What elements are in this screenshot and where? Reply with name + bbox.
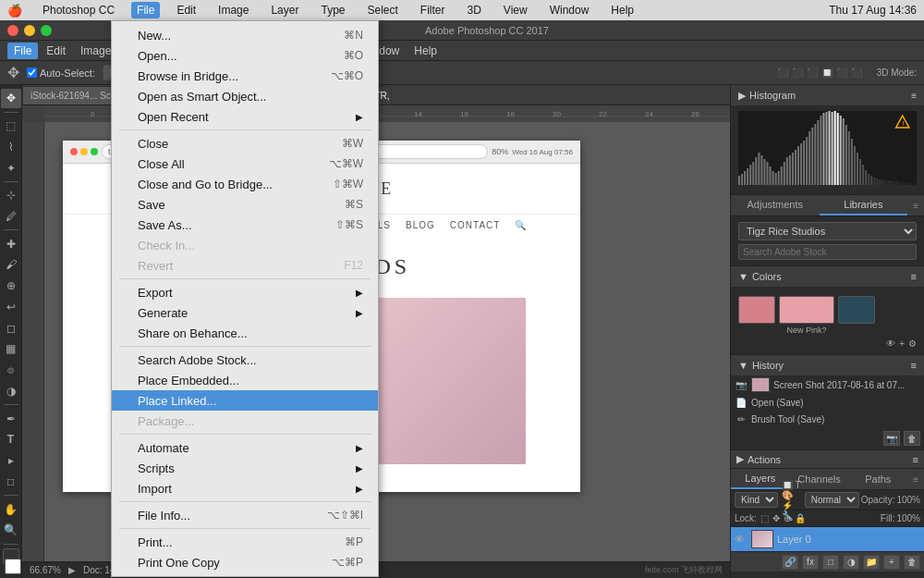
- layer-0-visibility[interactable]: 👁: [735, 534, 748, 545]
- swatch-dark-blue[interactable]: [838, 296, 875, 324]
- paths-tab[interactable]: Paths: [848, 469, 907, 489]
- menu-print[interactable]: Print... ⌘P: [112, 532, 378, 552]
- menu-save-as[interactable]: Save As... ⇧⌘S: [112, 215, 378, 235]
- panel-options[interactable]: ≡: [907, 201, 924, 211]
- background-color[interactable]: [5, 559, 21, 574]
- mac-menu-help[interactable]: Help: [605, 2, 639, 18]
- layers-adjustment-btn[interactable]: ◑: [843, 555, 859, 570]
- auto-select-checkbox[interactable]: Auto-Select:: [27, 68, 95, 79]
- menu-place-linked[interactable]: Place Linked...: [112, 390, 378, 411]
- gradient-tool[interactable]: ▦: [1, 339, 21, 359]
- color-swatch-3[interactable]: [838, 296, 875, 335]
- menu-browse-bridge[interactable]: Browse in Bridge... ⌥⌘O: [112, 66, 378, 86]
- pen-tool[interactable]: ✒: [1, 409, 21, 428]
- eraser-tool[interactable]: ◻: [1, 318, 21, 338]
- history-brush-tool[interactable]: ↩: [1, 298, 21, 317]
- traffic-light-minimize[interactable]: [24, 25, 35, 36]
- ps-file-menu[interactable]: File: [7, 43, 38, 59]
- history-item-brush[interactable]: ✏ Brush Tool (Save): [731, 411, 924, 427]
- history-new-snapshot[interactable]: 📷: [883, 431, 900, 446]
- apple-icon[interactable]: 🍎: [7, 4, 22, 18]
- mac-menu-select[interactable]: Select: [361, 2, 403, 18]
- color-swatch-2[interactable]: New Pink?: [779, 296, 834, 335]
- colors-header[interactable]: ▼ Colors ≡: [731, 266, 924, 287]
- menu-scripts[interactable]: Scripts ▶: [112, 458, 378, 478]
- colors-options[interactable]: ≡: [911, 271, 917, 282]
- history-item-snapshot[interactable]: 📷 Screen Shot 2017-08-16 at 07...: [731, 375, 924, 394]
- menu-new[interactable]: New... ⌘N: [112, 25, 378, 45]
- crop-tool[interactable]: ⊹: [1, 186, 21, 205]
- mac-menu-image[interactable]: Image: [213, 2, 254, 18]
- layers-mask-btn[interactable]: □: [822, 555, 839, 570]
- mac-menu-filter[interactable]: Filter: [415, 2, 451, 18]
- menu-print-one-copy[interactable]: Print One Copy ⌥⌘P: [112, 552, 378, 572]
- colors-options-icon[interactable]: ⚙: [908, 338, 917, 349]
- libraries-tab[interactable]: Libraries: [820, 195, 908, 215]
- history-item-open[interactable]: 📄 Open (Save): [731, 394, 924, 411]
- move-tool[interactable]: ✥: [1, 89, 21, 108]
- histogram-header[interactable]: ▶ Histogram ≡: [731, 85, 924, 105]
- mac-menu-view[interactable]: View: [498, 2, 533, 18]
- dodge-tool[interactable]: ◑: [1, 382, 21, 401]
- menu-generate[interactable]: Generate ▶: [112, 302, 378, 323]
- menu-file-info[interactable]: File Info... ⌥⇧⌘I: [112, 505, 378, 525]
- layers-fx-btn[interactable]: fx: [802, 555, 819, 570]
- history-delete[interactable]: 🗑: [904, 431, 920, 446]
- traffic-light-close[interactable]: [7, 25, 18, 36]
- libraries-dropdown[interactable]: Tigz Rice Studios: [738, 222, 917, 240]
- lock-all-icon[interactable]: 🔒: [795, 513, 806, 523]
- menu-automate[interactable]: Automate ▶: [112, 437, 378, 458]
- shape-tool[interactable]: □: [1, 473, 21, 492]
- clone-tool[interactable]: ⊕: [1, 277, 21, 296]
- layers-opacity-value[interactable]: 100%: [896, 495, 920, 505]
- layers-group-btn[interactable]: 📁: [863, 555, 880, 570]
- libraries-search-input[interactable]: [738, 244, 917, 260]
- text-tool[interactable]: T: [1, 430, 21, 449]
- mac-menu-layer[interactable]: Layer: [265, 2, 304, 18]
- layer-item-0[interactable]: 👁 Layer 0: [731, 527, 924, 551]
- histogram-options-icon[interactable]: ≡: [911, 91, 917, 101]
- hand-tool[interactable]: ✋: [1, 499, 21, 519]
- layers-new-btn[interactable]: +: [883, 555, 900, 570]
- menu-export[interactable]: Export ▶: [112, 282, 378, 302]
- blur-tool[interactable]: ⌾: [1, 361, 21, 380]
- mac-menu-file[interactable]: File: [131, 2, 160, 18]
- menu-share-behance[interactable]: Share on Behance...: [112, 323, 378, 343]
- lock-position-icon[interactable]: ⊕: [784, 513, 791, 523]
- menu-close-all[interactable]: Close All ⌥⌘W: [112, 154, 378, 174]
- adjustments-tab[interactable]: Adjustments: [731, 195, 820, 215]
- swatch-pink-light[interactable]: [779, 296, 834, 324]
- lock-move-icon[interactable]: ✥: [772, 513, 780, 523]
- color-swatch-1[interactable]: [738, 296, 775, 335]
- traffic-light-fullscreen[interactable]: [41, 25, 52, 36]
- menu-close-bridge[interactable]: Close and Go to Bridge... ⇧⌘W: [112, 174, 378, 194]
- zoom-tool[interactable]: 🔍: [1, 521, 21, 540]
- mac-menu-edit[interactable]: Edit: [171, 2, 201, 18]
- history-header[interactable]: ▼ History ≡: [731, 355, 924, 375]
- mac-menu-type[interactable]: Type: [315, 2, 350, 18]
- layers-mode-select[interactable]: Normal: [805, 492, 859, 508]
- menu-open[interactable]: Open... ⌘O: [112, 45, 378, 66]
- path-select-tool[interactable]: ▸: [1, 451, 21, 471]
- menu-open-recent[interactable]: Open Recent ▶: [112, 106, 378, 127]
- fill-value[interactable]: 100%: [896, 513, 920, 523]
- mac-menu-window[interactable]: Window: [544, 2, 595, 18]
- brush-tool[interactable]: 🖌: [1, 255, 21, 275]
- swatch-pink-dark[interactable]: [738, 296, 775, 324]
- menu-place-embedded[interactable]: Place Embedded...: [112, 370, 378, 390]
- colors-visibility-toggle[interactable]: 👁: [886, 338, 895, 349]
- eyedropper-tool[interactable]: 🖉: [1, 207, 21, 227]
- actions-header[interactable]: ▶ Actions ≡: [731, 450, 924, 469]
- layers-link-btn[interactable]: 🔗: [782, 555, 798, 570]
- lock-pixels-icon[interactable]: ⬚: [760, 513, 769, 523]
- ps-edit-menu[interactable]: Edit: [40, 43, 72, 59]
- lasso-tool[interactable]: ⌇: [1, 137, 21, 156]
- mac-menu-photoshop[interactable]: Photoshop CC: [37, 2, 120, 18]
- actions-options[interactable]: ≡: [913, 454, 918, 465]
- menu-open-smart[interactable]: Open as Smart Object...: [112, 86, 378, 106]
- menu-search-stock[interactable]: Search Adobe Stock...: [112, 350, 378, 370]
- menu-import[interactable]: Import ▶: [112, 478, 378, 498]
- layers-delete-btn[interactable]: 🗑: [904, 555, 920, 570]
- quick-select-tool[interactable]: ✦: [1, 158, 21, 178]
- mac-menu-3d[interactable]: 3D: [462, 2, 487, 18]
